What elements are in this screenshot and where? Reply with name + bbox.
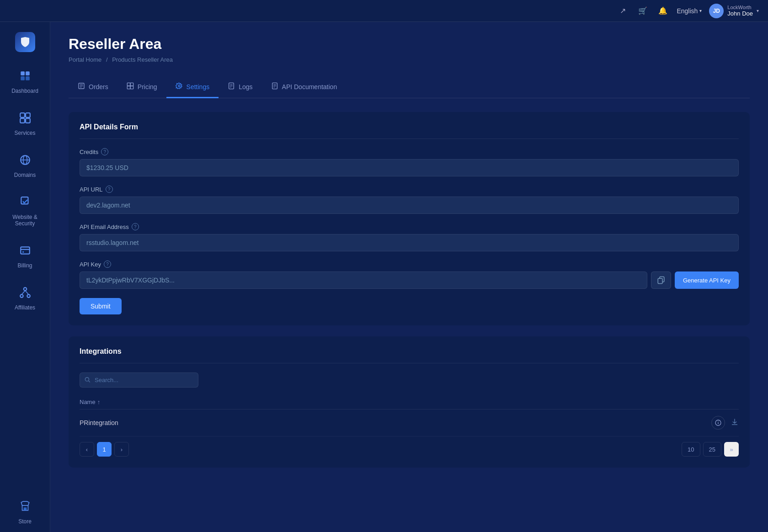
sidebar: Dashboard Services Domain: [0, 22, 50, 532]
next-page-button[interactable]: ›: [114, 442, 129, 457]
submit-button[interactable]: Submit: [80, 298, 122, 314]
sidebar-item-domains-label: Domains: [14, 172, 36, 178]
prev-page-button[interactable]: ‹: [80, 442, 94, 457]
credits-group: Credits ?: [80, 148, 739, 176]
svg-rect-39: [658, 278, 662, 283]
sidebar-item-services-label: Services: [14, 130, 35, 136]
integrations-card: Integrations Name ↑: [69, 336, 750, 468]
logs-tab-icon: [228, 82, 235, 91]
sidebar-item-billing-label: Billing: [17, 262, 32, 269]
pagination: ‹ 1 › 10 25 »: [80, 436, 739, 457]
column-name-header[interactable]: Name ↑: [80, 399, 739, 405]
api-email-input[interactable]: [80, 234, 739, 251]
svg-rect-1: [26, 71, 30, 75]
svg-line-41: [89, 381, 90, 382]
sidebar-item-domains[interactable]: Domains: [0, 144, 50, 186]
logo-icon: [15, 32, 35, 52]
page-buttons: ‹ 1 ›: [80, 442, 129, 457]
credits-label: Credits ?: [80, 148, 739, 155]
svg-rect-4: [20, 113, 25, 117]
page-size-25-button[interactable]: 25: [703, 442, 721, 457]
topbar: ↗ 🛒 🔔 English ▾ JD LockWorth John Doe ▾: [0, 0, 768, 22]
language-arrow: ▾: [699, 8, 702, 13]
api-url-group: API URL ?: [80, 186, 739, 214]
tab-api-docs[interactable]: API Documentation: [262, 77, 347, 98]
download-button[interactable]: [731, 418, 739, 428]
settings-tab-icon: [176, 82, 183, 91]
api-email-help-icon[interactable]: ?: [132, 223, 139, 230]
generate-api-key-button[interactable]: Generate API Key: [675, 271, 739, 289]
page-size-buttons: 10 25 »: [682, 442, 739, 457]
share-icon[interactable]: ↗: [616, 5, 629, 17]
breadcrumb-home[interactable]: Portal Home: [69, 56, 101, 63]
store-icon: [16, 497, 34, 516]
svg-rect-26: [130, 83, 133, 86]
svg-rect-5: [26, 113, 30, 117]
content-area: Reseller Area Portal Home / Products Res…: [50, 22, 768, 532]
credits-help-icon[interactable]: ?: [101, 148, 108, 155]
language-label: English: [677, 7, 698, 15]
tab-orders-label: Orders: [89, 83, 108, 90]
sidebar-item-website-security[interactable]: Website & Security: [0, 186, 50, 234]
tab-orders[interactable]: Orders: [69, 77, 117, 98]
credits-input[interactable]: [80, 159, 739, 176]
sidebar-item-website-security-label: Website & Security: [4, 214, 46, 227]
cart-icon[interactable]: 🛒: [636, 5, 649, 17]
sidebar-item-dashboard-label: Dashboard: [11, 88, 38, 94]
api-form-card: API Details Form Credits ? API URL ?: [69, 112, 750, 325]
integrations-title: Integrations: [80, 347, 739, 363]
svg-rect-7: [26, 118, 30, 123]
user-caret-icon: ▾: [757, 8, 759, 13]
user-menu[interactable]: JD LockWorth John Doe ▾: [709, 4, 759, 18]
api-url-help-icon[interactable]: ?: [106, 186, 113, 193]
page-size-10-button[interactable]: 10: [682, 442, 700, 457]
sidebar-item-store[interactable]: Store: [0, 490, 50, 532]
orders-tab-icon: [78, 82, 85, 91]
svg-rect-2: [21, 76, 25, 80]
api-key-help-icon[interactable]: ?: [104, 261, 111, 268]
tab-settings-label: Settings: [187, 83, 210, 90]
sidebar-item-store-label: Store: [18, 518, 32, 525]
page-more-button[interactable]: »: [724, 442, 739, 457]
user-name: John Doe: [727, 10, 753, 17]
tab-pricing-label: Pricing: [138, 83, 157, 90]
tabs: Orders Pricing: [69, 77, 750, 98]
page-title: Reseller Area: [69, 36, 750, 53]
sidebar-item-services[interactable]: Services: [0, 101, 50, 144]
bell-icon[interactable]: 🔔: [656, 5, 669, 17]
api-form-title: API Details Form: [80, 123, 739, 139]
pricing-tab-icon: [127, 82, 134, 91]
svg-rect-6: [20, 118, 25, 123]
tab-logs[interactable]: Logs: [219, 77, 261, 98]
sidebar-item-affiliates-label: Affiliates: [15, 304, 35, 311]
tab-api-docs-label: API Documentation: [282, 83, 337, 90]
services-icon: [16, 109, 34, 127]
svg-line-19: [25, 291, 29, 295]
api-url-input[interactable]: [80, 197, 739, 214]
svg-rect-27: [127, 86, 130, 89]
table-row: PRintegration: [80, 410, 739, 436]
language-selector[interactable]: English ▾: [677, 7, 702, 15]
integration-name: PRintegration: [80, 419, 711, 426]
svg-point-14: [22, 251, 24, 253]
tab-pricing[interactable]: Pricing: [117, 77, 166, 98]
page-1-button[interactable]: 1: [97, 442, 112, 457]
search-input[interactable]: [80, 372, 198, 388]
svg-point-15: [23, 287, 27, 291]
sidebar-item-dashboard[interactable]: Dashboard: [0, 59, 50, 101]
api-email-label: API Email Address ?: [80, 223, 739, 230]
info-button[interactable]: [711, 416, 725, 430]
sidebar-item-affiliates[interactable]: Affiliates: [0, 276, 50, 318]
sidebar-logo[interactable]: [0, 27, 50, 59]
api-docs-tab-icon: [271, 82, 278, 91]
api-url-label: API URL ?: [80, 186, 739, 193]
breadcrumb-current: Products Reseller Area: [112, 56, 173, 63]
sidebar-item-billing[interactable]: Billing: [0, 234, 50, 276]
api-key-input[interactable]: [80, 271, 647, 289]
svg-rect-28: [130, 86, 133, 89]
copy-api-key-button[interactable]: [651, 271, 671, 289]
breadcrumb-separator: /: [106, 56, 108, 63]
breadcrumb: Portal Home / Products Reseller Area: [69, 56, 750, 63]
tab-settings[interactable]: Settings: [166, 77, 219, 98]
avatar-initials: JD: [713, 8, 720, 14]
